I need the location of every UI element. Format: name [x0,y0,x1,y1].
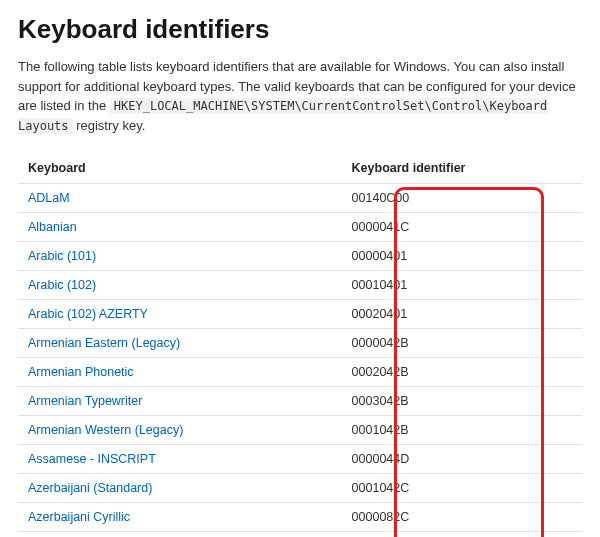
keyboard-link[interactable]: Armenian Eastern (Legacy) [28,336,180,350]
keyboard-link[interactable]: Arabic (101) [28,249,96,263]
table-row: Azerbaijani (Standard)0001042C [18,474,582,503]
keyboard-link[interactable]: Armenian Typewriter [28,394,142,408]
column-keyboard: Keyboard [18,153,342,184]
keyboard-name-cell: Assamese - INSCRIPT [18,445,342,474]
table-row: ADLaM00140C00 [18,184,582,213]
table-row: Assamese - INSCRIPT0000044D [18,445,582,474]
keyboard-id-cell: 0000082C [342,503,582,532]
table-row: Armenian Phonetic0002042B [18,358,582,387]
keyboard-name-cell: Albanian [18,213,342,242]
keyboard-id-cell: 00140C00 [342,184,582,213]
keyboard-link[interactable]: Azerbaijani (Standard) [28,481,152,495]
intro-text-after: registry key. [73,118,146,133]
keyboard-link[interactable]: Azerbaijani Cyrillic [28,510,130,524]
table-row: Armenian Typewriter0003042B [18,387,582,416]
keyboard-id-cell: 00010401 [342,271,582,300]
table-row: Armenian Eastern (Legacy)0000042B [18,329,582,358]
keyboard-id-cell: 0000042B [342,329,582,358]
keyboard-name-cell: Arabic (102) [18,271,342,300]
table-row: Arabic (101)00000401 [18,242,582,271]
keyboard-id-cell: 00000401 [342,242,582,271]
table-container: Keyboard Keyboard identifier ADLaM00140C… [18,153,582,537]
keyboard-id-cell: 0000041C [342,213,582,242]
column-identifier: Keyboard identifier [342,153,582,184]
table-row: Albanian0000041C [18,213,582,242]
keyboard-name-cell: Azerbaijani (Standard) [18,474,342,503]
table-row: Armenian Western (Legacy)0001042B [18,416,582,445]
keyboard-name-cell: ADLaM [18,184,342,213]
keyboard-name-cell: Armenian Western (Legacy) [18,416,342,445]
keyboard-table: Keyboard Keyboard identifier ADLaM00140C… [18,153,582,537]
keyboard-name-cell: Armenian Phonetic [18,358,342,387]
keyboard-id-cell: 0002042B [342,358,582,387]
keyboard-link[interactable]: Arabic (102) AZERTY [28,307,148,321]
keyboard-id-cell: 00020401 [342,300,582,329]
keyboard-id-cell: 0001042C [342,474,582,503]
keyboard-link[interactable]: Albanian [28,220,77,234]
keyboard-link[interactable]: Arabic (102) [28,278,96,292]
keyboard-link[interactable]: Assamese - INSCRIPT [28,452,156,466]
table-row: Azerbaijani Latin0000042C [18,532,582,538]
page-title: Keyboard identifiers [18,14,582,45]
keyboard-id-cell: 0000042C [342,532,582,538]
keyboard-name-cell: Armenian Typewriter [18,387,342,416]
keyboard-name-cell: Armenian Eastern (Legacy) [18,329,342,358]
keyboard-name-cell: Azerbaijani Latin [18,532,342,538]
keyboard-id-cell: 0001042B [342,416,582,445]
table-row: Arabic (102) AZERTY00020401 [18,300,582,329]
keyboard-link[interactable]: Armenian Phonetic [28,365,134,379]
intro-paragraph: The following table lists keyboard ident… [18,57,582,135]
keyboard-name-cell: Arabic (102) AZERTY [18,300,342,329]
keyboard-name-cell: Arabic (101) [18,242,342,271]
keyboard-id-cell: 0003042B [342,387,582,416]
table-row: Azerbaijani Cyrillic0000082C [18,503,582,532]
keyboard-id-cell: 0000044D [342,445,582,474]
keyboard-name-cell: Azerbaijani Cyrillic [18,503,342,532]
keyboard-link[interactable]: Armenian Western (Legacy) [28,423,183,437]
table-row: Arabic (102)00010401 [18,271,582,300]
keyboard-link[interactable]: ADLaM [28,191,70,205]
